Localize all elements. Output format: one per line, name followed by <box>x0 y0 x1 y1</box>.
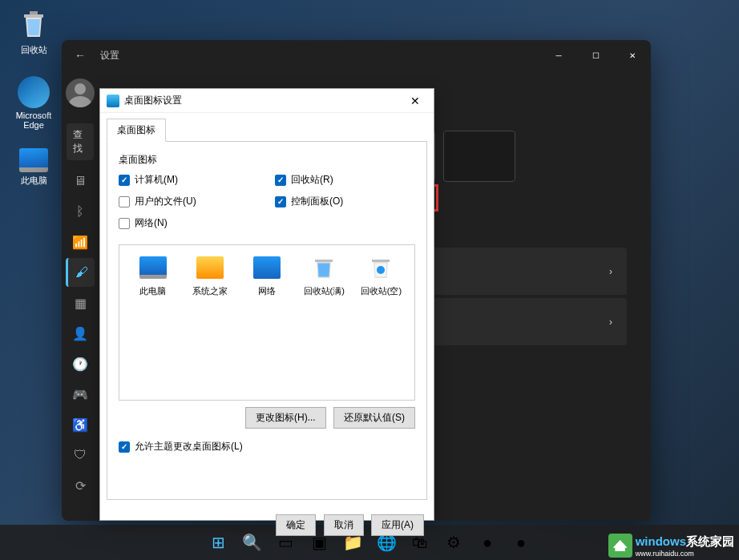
checkbox-network[interactable]: 网络(N) <box>119 216 259 230</box>
preview-label: 此电脑 <box>139 286 166 296</box>
preview-label: 回收站(满) <box>304 286 345 296</box>
minimize-button[interactable]: ─ <box>540 40 577 71</box>
preview-label: 网络 <box>258 286 276 296</box>
checkbox-control-panel[interactable]: 控制面板(O) <box>275 195 415 208</box>
recycle-bin-empty-icon <box>366 253 395 282</box>
desktop-icon-label: Microsoft Edge <box>16 111 52 130</box>
preview-this-pc[interactable]: 此电脑 <box>127 253 178 297</box>
checkbox-recycle-bin[interactable]: 回收站(R) <box>275 173 415 187</box>
chevron-right-icon: › <box>609 266 612 277</box>
restore-default-button[interactable]: 还原默认值(S) <box>333 407 415 429</box>
checkbox-label: 用户的文件(U) <box>135 195 196 208</box>
watermark-brand: windows <box>636 534 686 548</box>
desktop-icon-label: 回收站 <box>21 45 47 54</box>
preview-label: 回收站(空) <box>361 286 402 296</box>
taskbar-app-icon[interactable]: ● <box>473 528 502 557</box>
icon-preview-box: 此电脑 系统之家 网络 回收站(满) 回收站(空) <box>119 244 415 401</box>
desktop-recycle-bin[interactable]: 回收站 <box>10 6 58 56</box>
checkbox-icon <box>275 175 286 186</box>
checkbox-label: 网络(N) <box>135 216 168 230</box>
desktop-icon-label: 此电脑 <box>21 175 47 185</box>
checkbox-label: 允许主题更改桌面图标(L) <box>135 440 243 453</box>
user-avatar[interactable] <box>66 79 95 107</box>
checkbox-allow-theme[interactable]: 允许主题更改桌面图标(L) <box>119 440 415 453</box>
edge-icon <box>18 76 50 108</box>
chevron-right-icon: › <box>609 316 612 328</box>
preview-recycle-empty[interactable]: 回收站(空) <box>356 253 406 297</box>
watermark: windows系统家园 www.ruihaidu.com <box>608 534 734 558</box>
group-label: 桌面图标 <box>119 153 415 167</box>
dialog-title-icon <box>107 95 119 107</box>
checkbox-icon <box>119 441 130 453</box>
system-icon[interactable]: 🖥 <box>66 167 95 195</box>
preview-network[interactable]: 网络 <box>241 253 292 297</box>
watermark-text: 系统家园 <box>686 534 734 548</box>
search-button[interactable]: 查找 <box>67 123 94 160</box>
bluetooth-icon[interactable]: ᛒ <box>66 197 95 226</box>
monitor-icon <box>19 148 48 172</box>
back-button[interactable]: ← <box>68 49 92 62</box>
settings-titlebar[interactable]: ← 设置 ─ ☐ ✕ <box>62 40 651 71</box>
watermark-house-icon <box>608 534 632 558</box>
checkbox-user-files[interactable]: 用户的文件(U) <box>119 195 259 208</box>
change-icon-button[interactable]: 更改图标(H)... <box>245 407 326 429</box>
taskbar-app-icon[interactable]: ● <box>507 528 535 557</box>
dialog-close-button[interactable]: ✕ <box>403 95 427 107</box>
svg-point-0 <box>377 266 385 274</box>
checkbox-icon <box>119 175 130 186</box>
dialog-tab[interactable]: 桌面图标 <box>107 119 166 142</box>
taskbar-app-icon[interactable]: ⚙ <box>439 528 468 557</box>
checkbox-label: 计算机(M) <box>135 173 178 187</box>
settings-sidebar: 查找 🖥 ᛒ 📶 🖌 ▦ 👤 🕐 🎮 ♿ 🛡 ⟳ <box>62 71 99 521</box>
preview-system-home[interactable]: 系统之家 <box>184 253 235 297</box>
theme-thumb[interactable] <box>443 131 515 182</box>
accessibility-icon[interactable]: ♿ <box>66 410 95 439</box>
checkbox-label: 回收站(R) <box>291 173 333 187</box>
desktop-this-pc[interactable]: 此电脑 <box>10 148 58 187</box>
gaming-icon[interactable]: 🎮 <box>66 380 95 409</box>
folder-icon <box>196 256 224 279</box>
dialog-titlebar[interactable]: 桌面图标设置 ✕ <box>100 89 434 113</box>
network-icon <box>253 256 281 279</box>
dialog-content: 桌面图标 计算机(M) 回收站(R) 用户的文件(U) 控制面板(O) 网络(N… <box>107 141 427 500</box>
ok-button[interactable]: 确定 <box>276 514 316 536</box>
checkbox-computer[interactable]: 计算机(M) <box>119 173 259 187</box>
dialog-title: 桌面图标设置 <box>124 94 403 107</box>
cancel-button[interactable]: 取消 <box>324 514 364 536</box>
recycle-bin-full-icon <box>309 253 338 282</box>
desktop-edge[interactable]: Microsoft Edge <box>10 76 58 130</box>
personalization-icon[interactable]: 🖌 <box>66 258 95 287</box>
checkbox-icon <box>119 218 130 229</box>
checkbox-icon <box>275 196 286 207</box>
privacy-icon[interactable]: 🛡 <box>66 441 95 469</box>
close-button[interactable]: ✕ <box>614 40 651 71</box>
apps-icon[interactable]: ▦ <box>66 288 95 317</box>
recycle-bin-icon <box>16 6 51 42</box>
time-icon[interactable]: 🕐 <box>66 349 95 378</box>
network-icon[interactable]: 📶 <box>66 228 95 256</box>
apply-button[interactable]: 应用(A) <box>371 514 424 536</box>
maximize-button[interactable]: ☐ <box>577 40 614 71</box>
update-icon[interactable]: ⟳ <box>66 471 95 500</box>
accounts-icon[interactable]: 👤 <box>66 319 95 348</box>
checkbox-icon <box>119 196 130 207</box>
preview-recycle-full[interactable]: 回收站(满) <box>299 253 349 297</box>
checkbox-label: 控制面板(O) <box>291 195 343 208</box>
settings-title: 设置 <box>100 49 119 62</box>
watermark-url: www.ruihaidu.com <box>636 550 734 558</box>
desktop-icon-settings-dialog: 桌面图标设置 ✕ 桌面图标 桌面图标 计算机(M) 回收站(R) 用户的文件(U… <box>99 88 434 521</box>
preview-label: 系统之家 <box>192 286 228 296</box>
monitor-icon <box>139 256 167 279</box>
